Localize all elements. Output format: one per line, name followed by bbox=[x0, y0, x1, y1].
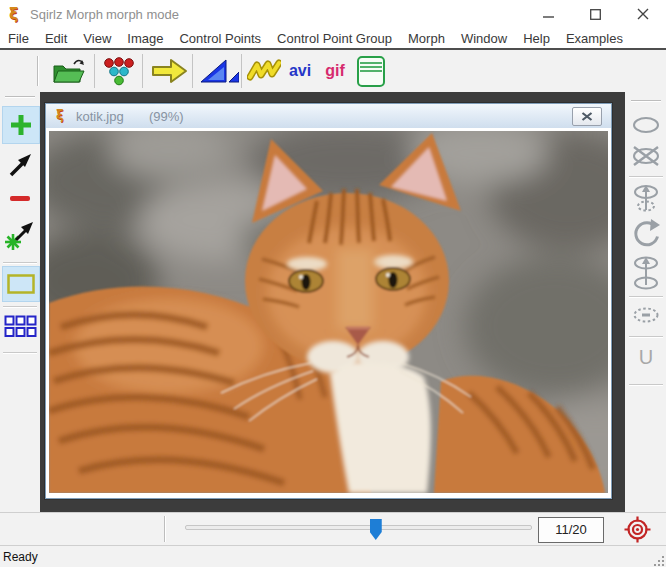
shrink-ellipse-icon bbox=[631, 305, 661, 325]
frame-counter: 11/20 bbox=[538, 517, 604, 543]
rotate-ellipse-button[interactable] bbox=[629, 216, 663, 252]
minus-icon bbox=[10, 196, 30, 201]
main-area: ξ kotik.jpg (99%) bbox=[0, 92, 666, 512]
expand-ellipse-icon bbox=[631, 183, 661, 213]
menu-file[interactable]: File bbox=[0, 29, 37, 48]
ellipse-icon bbox=[631, 116, 661, 134]
menu-edit[interactable]: Edit bbox=[37, 29, 75, 48]
left-toolbar bbox=[0, 92, 40, 512]
mdi-area: ξ kotik.jpg (99%) bbox=[40, 92, 625, 512]
window-controls bbox=[525, 0, 666, 28]
window-title: Sqirlz Morph bbox=[30, 7, 103, 22]
rectangle-icon bbox=[6, 273, 36, 295]
ellipse-button[interactable] bbox=[629, 113, 663, 137]
add-point-button[interactable] bbox=[2, 106, 40, 144]
right-toolbar-separator bbox=[629, 176, 663, 178]
bottom-toolbar-grip[interactable] bbox=[164, 516, 166, 542]
left-toolbar-separator bbox=[3, 352, 37, 354]
zigzag-icon bbox=[247, 59, 281, 83]
app-icon: ξ bbox=[9, 4, 18, 23]
document-zoom-label: (99%) bbox=[149, 109, 184, 124]
minimize-button[interactable] bbox=[525, 0, 572, 28]
shrink-ellipse-button[interactable] bbox=[629, 302, 663, 328]
avi-export-button[interactable]: avi bbox=[283, 53, 317, 89]
gif-export-button[interactable]: gif bbox=[318, 53, 352, 89]
left-toolbar-separator bbox=[3, 262, 37, 264]
left-toolbar-separator bbox=[3, 306, 37, 308]
menu-examples[interactable]: Examples bbox=[558, 29, 631, 48]
right-toolbar-separator bbox=[629, 336, 663, 338]
toolbar-separator bbox=[241, 54, 242, 88]
frame-slider[interactable] bbox=[185, 525, 532, 530]
document-canvas[interactable] bbox=[46, 128, 611, 498]
move-point-button[interactable] bbox=[2, 150, 38, 180]
gif-label: gif bbox=[325, 62, 345, 80]
rectangle-tool-button[interactable] bbox=[2, 266, 40, 302]
maximize-button[interactable] bbox=[572, 0, 619, 28]
close-icon bbox=[637, 8, 649, 20]
yellow-arrow-icon bbox=[151, 57, 188, 85]
toolbar-separator bbox=[192, 54, 193, 88]
triangles-button[interactable] bbox=[198, 53, 240, 89]
app-window: ξ Sqirlz Morph morph mode File Edit View… bbox=[0, 0, 666, 567]
menu-window[interactable]: Window bbox=[453, 29, 515, 48]
add-move-point-button[interactable] bbox=[2, 220, 38, 252]
document-close-button[interactable] bbox=[572, 107, 602, 126]
undo-label: U bbox=[639, 346, 653, 369]
move-ellipse-button[interactable] bbox=[629, 256, 663, 290]
expand-ellipse-button[interactable] bbox=[629, 182, 663, 214]
open-file-button[interactable] bbox=[48, 53, 88, 89]
main-toolbar: avi gif bbox=[0, 50, 666, 93]
document-title: kotik.jpg bbox=[76, 109, 124, 124]
minimize-icon bbox=[543, 9, 554, 20]
resize-grip[interactable] bbox=[653, 555, 665, 567]
target-button[interactable] bbox=[623, 515, 652, 544]
right-toolbar-separator bbox=[629, 384, 663, 386]
document-titlebar[interactable]: ξ kotik.jpg (99%) bbox=[46, 104, 611, 129]
menu-bar: File Edit View Image Control Points Cont… bbox=[0, 28, 666, 48]
morph-run-button[interactable] bbox=[246, 53, 282, 89]
document-icon: ξ bbox=[56, 107, 64, 122]
frames-icon bbox=[356, 55, 386, 88]
toolbar-separator bbox=[142, 54, 143, 88]
toolbar-separator bbox=[94, 54, 95, 88]
control-points-icon bbox=[102, 57, 136, 86]
status-text: Ready bbox=[3, 550, 38, 564]
right-toolbar-separator bbox=[629, 296, 663, 298]
titlebar: ξ Sqirlz Morph morph mode bbox=[0, 0, 666, 28]
frames-button[interactable] bbox=[354, 53, 388, 89]
control-points-button[interactable] bbox=[101, 53, 137, 89]
toolbar-grip[interactable] bbox=[37, 56, 39, 86]
avi-label: avi bbox=[289, 62, 311, 80]
move-arrow-icon bbox=[6, 151, 34, 179]
open-folder-icon bbox=[50, 56, 87, 86]
undo-button[interactable]: U bbox=[629, 344, 663, 370]
triangles-icon bbox=[199, 58, 239, 84]
menu-view[interactable]: View bbox=[75, 29, 119, 48]
delete-ellipse-icon bbox=[631, 145, 661, 167]
slider-thumb[interactable] bbox=[370, 519, 382, 540]
maximize-icon bbox=[590, 9, 601, 20]
rotate-icon bbox=[630, 218, 662, 250]
menu-image[interactable]: Image bbox=[119, 29, 171, 48]
delete-ellipse-button[interactable] bbox=[629, 143, 663, 169]
mode-label: morph mode bbox=[106, 7, 179, 22]
left-toolbar-grip[interactable] bbox=[5, 96, 35, 98]
grid-icon bbox=[4, 315, 37, 338]
menu-help[interactable]: Help bbox=[515, 29, 558, 48]
grid-button[interactable] bbox=[2, 312, 38, 340]
move-ellipse-icon bbox=[631, 256, 661, 290]
menu-control-points[interactable]: Control Points bbox=[171, 29, 269, 48]
delete-point-button[interactable] bbox=[2, 192, 38, 204]
menu-control-point-group[interactable]: Control Point Group bbox=[269, 29, 400, 48]
playback-toolbar: 11/20 bbox=[0, 512, 666, 546]
plus-icon bbox=[8, 112, 34, 138]
right-toolbar: U bbox=[625, 92, 666, 512]
document-window[interactable]: ξ kotik.jpg (99%) bbox=[45, 103, 612, 499]
star-arrow-icon bbox=[5, 221, 35, 251]
status-bar: Ready bbox=[0, 545, 666, 567]
menu-morph[interactable]: Morph bbox=[400, 29, 453, 48]
close-button[interactable] bbox=[619, 0, 666, 28]
right-toolbar-grip[interactable] bbox=[631, 100, 661, 102]
morph-direction-button[interactable] bbox=[149, 53, 189, 89]
